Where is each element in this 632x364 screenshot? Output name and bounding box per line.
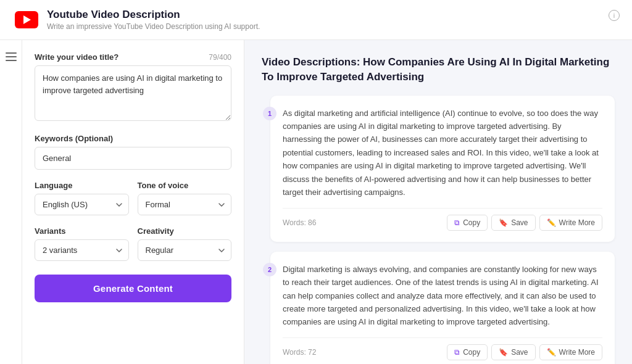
save-icon-2: 🔖 [499, 348, 508, 357]
variants-group: Variants 1 variant 2 variants 3 variants [35, 226, 129, 261]
app-header: Youtube Video Description Write an impre… [0, 0, 632, 40]
copy-label-1: Copy [463, 218, 480, 227]
word-count-1: Words: 86 [283, 218, 316, 227]
video-title-label: Write your video title? [35, 52, 118, 62]
result-text-2: Digital marketing is always evolving, an… [283, 263, 602, 329]
tone-label: Tone of voice [138, 181, 189, 190]
char-count: 79/400 [209, 53, 231, 62]
save-icon-1: 🔖 [499, 218, 508, 227]
tone-group: Tone of voice Formal Casual Professional… [138, 181, 232, 215]
language-select[interactable]: English (US) Spanish French German [35, 194, 129, 215]
variants-label: Variants [35, 226, 66, 236]
result-number-2: 2 [263, 263, 276, 276]
result-number-1: 1 [263, 107, 276, 120]
creativity-group: Creativity Low Regular High [138, 226, 232, 261]
keywords-group: Keywords (Optional) [35, 134, 231, 170]
result-actions-1: ⧉ Copy 🔖 Save ✏️ Write More [447, 215, 602, 231]
results-title: Video Descriptions: How Companies Are Us… [262, 55, 615, 85]
result-card-2: 2 Digital marketing is always evolving, … [270, 252, 615, 364]
creativity-label: Creativity [138, 226, 174, 236]
result-text-1: As digital marketing and artificial inte… [283, 107, 602, 199]
save-button-1[interactable]: 🔖 Save [491, 215, 535, 231]
app-subtitle: Write an impressive YouTube Video Descri… [47, 22, 260, 31]
creativity-select[interactable]: Low Regular High [138, 239, 232, 261]
language-label: Language [35, 181, 72, 190]
video-title-input[interactable] [35, 65, 231, 121]
result-card-1: 1 As digital marketing and artificial in… [270, 96, 615, 242]
keywords-label: Keywords (Optional) [35, 134, 113, 143]
save-label-1: Save [511, 218, 528, 227]
tone-select[interactable]: Formal Casual Professional Friendly [138, 194, 232, 215]
write-more-label-1: Write More [559, 218, 595, 227]
right-panel: i Video Descriptions: How Companies Are … [244, 40, 632, 364]
left-panel: Write your video title? 79/400 Keywords … [22, 40, 244, 364]
play-icon [23, 15, 31, 24]
copy-icon-2: ⧉ [454, 348, 460, 357]
save-button-2[interactable]: 🔖 Save [491, 344, 535, 360]
result-footer-1: Words: 86 ⧉ Copy 🔖 Save ✏️ Write More [283, 208, 602, 231]
word-count-2: Words: 72 [283, 348, 316, 357]
copy-label-2: Copy [463, 348, 480, 357]
variants-creativity-row: Variants 1 variant 2 variants 3 variants… [35, 226, 231, 261]
app-title: Youtube Video Description [47, 9, 260, 21]
write-more-button-1[interactable]: ✏️ Write More [539, 215, 602, 231]
copy-button-1[interactable]: ⧉ Copy [447, 215, 488, 231]
keywords-input[interactable] [35, 147, 231, 170]
copy-button-2[interactable]: ⧉ Copy [447, 344, 488, 360]
hamburger-icon [6, 52, 17, 61]
video-title-label-row: Write your video title? 79/400 [35, 52, 231, 62]
write-more-button-2[interactable]: ✏️ Write More [539, 344, 602, 360]
result-footer-2: Words: 72 ⧉ Copy 🔖 Save ✏️ Write More [283, 337, 602, 360]
video-title-group: Write your video title? 79/400 [35, 52, 231, 123]
copy-icon-1: ⧉ [454, 218, 460, 227]
write-more-icon-1: ✏️ [547, 218, 556, 227]
write-more-label-2: Write More [559, 348, 595, 357]
generate-content-button[interactable]: Generate Content [35, 275, 231, 302]
language-group: Language English (US) Spanish French Ger… [35, 181, 129, 215]
language-tone-row: Language English (US) Spanish French Ger… [35, 181, 231, 215]
app-logo [15, 11, 38, 28]
write-more-icon-2: ✏️ [547, 348, 556, 357]
header-text: Youtube Video Description Write an impre… [47, 9, 260, 31]
sidebar-toggle-button[interactable] [0, 40, 22, 364]
save-label-2: Save [511, 348, 528, 357]
result-actions-2: ⧉ Copy 🔖 Save ✏️ Write More [447, 344, 602, 360]
variants-select[interactable]: 1 variant 2 variants 3 variants [35, 239, 129, 261]
